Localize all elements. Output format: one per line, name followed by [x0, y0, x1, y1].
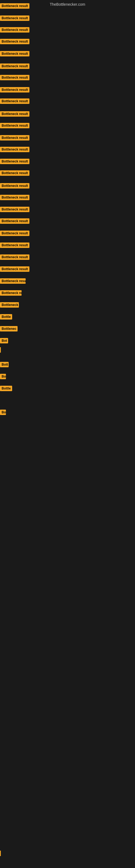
bottleneck-badge[interactable]: Bottleneck result	[0, 159, 30, 164]
bottleneck-badge[interactable]: Bo	[0, 374, 6, 379]
bottleneck-row: Bottleneck result	[0, 87, 30, 93]
bottleneck-row: Bottleneck result	[0, 195, 30, 200]
bottleneck-badge[interactable]: Bottleneck result	[0, 290, 21, 296]
bottleneck-badge[interactable]: Bottleneck result	[0, 63, 30, 69]
bottleneck-badge[interactable]: Bo	[0, 410, 6, 415]
site-title: TheBottlenecker.com	[50, 2, 85, 6]
bottleneck-badge[interactable]: Bottleneck result	[0, 111, 30, 117]
bottleneck-badge[interactable]: Bottleneck result	[0, 267, 30, 272]
bottleneck-row: Bottleneck result	[0, 3, 30, 9]
bottleneck-badge[interactable]: Bott	[0, 362, 9, 367]
bottleneck-row: Bottleneck result	[0, 230, 30, 236]
bottleneck-row: Bottleneck result	[0, 278, 26, 284]
bottleneck-row: Bo	[0, 410, 6, 415]
bottleneck-badge[interactable]: Bottleneck result	[0, 183, 30, 188]
bottleneck-row: Bottleneck result	[0, 39, 30, 44]
bottleneck-badge[interactable]: Bottleneck result	[0, 170, 30, 176]
bottleneck-badge[interactable]: Bottleneck result	[0, 16, 30, 21]
bottleneck-row: Bottlenec	[0, 326, 17, 332]
bottleneck-badge[interactable]: Bottleneck result	[0, 98, 30, 104]
bottleneck-badge[interactable]: Bottleneck result	[0, 51, 30, 56]
bottleneck-row: Bottle	[0, 314, 12, 319]
bottleneck-row: Bottleneck result	[0, 63, 30, 69]
bottleneck-badge[interactable]: Bottle	[0, 386, 12, 391]
bottleneck-row: Bottleneck result	[0, 183, 30, 188]
bottleneck-row: Bottleneck result	[0, 218, 30, 224]
bottleneck-badge[interactable]: Bottleneck result	[0, 3, 30, 9]
bottleneck-row: Bottle	[0, 386, 12, 391]
bottleneck-badge[interactable]: Bottleneck result	[0, 195, 30, 200]
bottleneck-badge[interactable]: Bot	[0, 338, 8, 343]
bottleneck-badge[interactable]: Bottleneck result	[0, 123, 30, 128]
bottleneck-row: Bottleneck result	[0, 98, 30, 104]
bottleneck-row: Bottleneck result	[0, 27, 30, 33]
bottleneck-row: Bottleneck	[0, 302, 19, 308]
bottleneck-badge[interactable]: Bottleneck result	[0, 27, 30, 33]
bottleneck-badge[interactable]: Bottle	[0, 314, 12, 319]
cursor-indicator	[0, 850, 1, 856]
bottleneck-row: Bot	[0, 338, 8, 343]
bottleneck-badge[interactable]: Bottleneck result	[0, 39, 30, 44]
bottleneck-badge[interactable]: Bottleneck result	[0, 218, 30, 224]
bottleneck-row: Bottleneck result	[0, 254, 30, 260]
bottleneck-badge[interactable]: Bottleneck result	[0, 254, 30, 260]
bottleneck-badge[interactable]: Bottleneck result	[0, 207, 30, 212]
bottleneck-row: Bottleneck result	[0, 111, 30, 117]
bottleneck-badge[interactable]: Bottleneck result	[0, 278, 26, 284]
bottleneck-row: Bottleneck result	[0, 170, 30, 176]
bottleneck-row: Bottleneck result	[0, 147, 30, 152]
bottleneck-row: Bottleneck result	[0, 267, 30, 272]
bottleneck-badge[interactable]: Bottleneck result	[0, 75, 30, 80]
bottleneck-row: Bo	[0, 374, 6, 379]
bottleneck-badge[interactable]: Bottlenec	[0, 326, 17, 332]
bottleneck-badge[interactable]: Bottleneck result	[0, 135, 30, 141]
bottleneck-row: Bottleneck result	[0, 290, 21, 296]
bottleneck-badge[interactable]: Bottleneck result	[0, 243, 30, 248]
bottleneck-row: Bottleneck result	[0, 51, 30, 56]
bottleneck-row: Bottleneck result	[0, 207, 30, 212]
bottleneck-row: Bottleneck result	[0, 16, 30, 21]
cursor-indicator	[0, 347, 1, 352]
bottleneck-badge[interactable]: Bottleneck result	[0, 87, 30, 93]
bottleneck-row: Bottleneck result	[0, 243, 30, 248]
bottleneck-row: Bott	[0, 362, 9, 367]
bottleneck-row: Bottleneck result	[0, 135, 30, 141]
bottleneck-badge[interactable]: Bottleneck result	[0, 230, 30, 236]
bottleneck-row: Bottleneck result	[0, 75, 30, 80]
bottleneck-badge[interactable]: Bottleneck result	[0, 147, 30, 152]
bottleneck-row: Bottleneck result	[0, 159, 30, 164]
bottleneck-badge[interactable]: Bottleneck	[0, 302, 19, 308]
bottleneck-row: Bottleneck result	[0, 123, 30, 128]
